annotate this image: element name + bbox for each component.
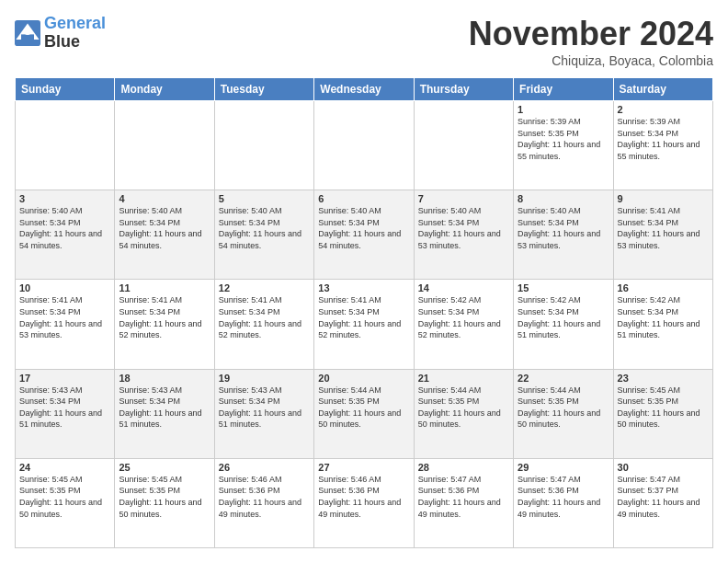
day-info: Sunrise: 5:39 AM Sunset: 5:35 PM Dayligh… — [518, 116, 609, 162]
day-number: 6 — [318, 193, 409, 204]
day-info: Sunrise: 5:43 AM Sunset: 5:34 PM Dayligh… — [19, 385, 110, 431]
day-number: 5 — [219, 193, 310, 204]
calendar-cell: 21Sunrise: 5:44 AM Sunset: 5:35 PM Dayli… — [414, 369, 513, 458]
day-info: Sunrise: 5:42 AM Sunset: 5:34 PM Dayligh… — [618, 294, 709, 340]
day-info: Sunrise: 5:43 AM Sunset: 5:34 PM Dayligh… — [119, 385, 210, 431]
svg-point-3 — [25, 29, 31, 35]
dow-header-tuesday: Tuesday — [214, 78, 313, 101]
day-number: 28 — [418, 462, 509, 473]
day-info: Sunrise: 5:47 AM Sunset: 5:36 PM Dayligh… — [518, 474, 609, 520]
day-number: 23 — [618, 373, 709, 384]
day-number: 1 — [518, 104, 609, 115]
dow-header-friday: Friday — [514, 78, 613, 101]
calendar-cell: 25Sunrise: 5:45 AM Sunset: 5:35 PM Dayli… — [115, 458, 214, 547]
calendar-cell — [414, 101, 513, 190]
month-title: November 2024 — [469, 15, 713, 53]
week-row-4: 24Sunrise: 5:45 AM Sunset: 5:35 PM Dayli… — [16, 458, 713, 547]
day-info: Sunrise: 5:41 AM Sunset: 5:34 PM Dayligh… — [318, 294, 409, 340]
day-number: 25 — [119, 462, 210, 473]
day-number: 16 — [618, 282, 709, 293]
calendar-cell: 1Sunrise: 5:39 AM Sunset: 5:35 PM Daylig… — [514, 101, 613, 190]
day-number: 24 — [19, 462, 110, 473]
day-number: 29 — [518, 462, 609, 473]
day-info: Sunrise: 5:41 AM Sunset: 5:34 PM Dayligh… — [618, 205, 709, 251]
dow-header-sunday: Sunday — [16, 78, 115, 101]
day-info: Sunrise: 5:45 AM Sunset: 5:35 PM Dayligh… — [19, 474, 110, 520]
title-block: November 2024 Chiquiza, Boyaca, Colombia — [469, 15, 713, 68]
day-info: Sunrise: 5:41 AM Sunset: 5:34 PM Dayligh… — [219, 294, 310, 340]
day-number: 15 — [518, 282, 609, 293]
day-info: Sunrise: 5:40 AM Sunset: 5:34 PM Dayligh… — [19, 205, 110, 251]
day-info: Sunrise: 5:39 AM Sunset: 5:34 PM Dayligh… — [618, 116, 709, 162]
day-info: Sunrise: 5:41 AM Sunset: 5:34 PM Dayligh… — [119, 294, 210, 340]
week-row-2: 10Sunrise: 5:41 AM Sunset: 5:34 PM Dayli… — [16, 280, 713, 369]
calendar-body: 1Sunrise: 5:39 AM Sunset: 5:35 PM Daylig… — [16, 101, 713, 548]
calendar-cell: 4Sunrise: 5:40 AM Sunset: 5:34 PM Daylig… — [115, 190, 214, 280]
week-row-1: 3Sunrise: 5:40 AM Sunset: 5:34 PM Daylig… — [16, 190, 713, 280]
calendar-cell — [16, 101, 115, 190]
day-number: 27 — [318, 462, 409, 473]
day-number: 9 — [618, 193, 709, 204]
calendar-cell — [115, 101, 214, 190]
day-info: Sunrise: 5:47 AM Sunset: 5:37 PM Dayligh… — [618, 474, 709, 520]
calendar-cell: 2Sunrise: 5:39 AM Sunset: 5:34 PM Daylig… — [613, 101, 712, 190]
day-number: 7 — [418, 193, 509, 204]
calendar-cell: 29Sunrise: 5:47 AM Sunset: 5:36 PM Dayli… — [514, 458, 613, 547]
calendar-cell: 9Sunrise: 5:41 AM Sunset: 5:34 PM Daylig… — [613, 190, 712, 280]
dow-header-monday: Monday — [115, 78, 214, 101]
calendar-cell: 14Sunrise: 5:42 AM Sunset: 5:34 PM Dayli… — [414, 280, 513, 369]
calendar-cell — [214, 101, 313, 190]
location: Chiquiza, Boyaca, Colombia — [469, 53, 713, 68]
day-number: 26 — [219, 462, 310, 473]
day-info: Sunrise: 5:42 AM Sunset: 5:34 PM Dayligh… — [518, 294, 609, 340]
day-number: 20 — [318, 373, 409, 384]
calendar-cell: 18Sunrise: 5:43 AM Sunset: 5:34 PM Dayli… — [115, 369, 214, 458]
day-info: Sunrise: 5:44 AM Sunset: 5:35 PM Dayligh… — [518, 385, 609, 431]
svg-rect-2 — [21, 34, 34, 40]
logo: General Blue — [15, 15, 106, 52]
calendar-cell: 12Sunrise: 5:41 AM Sunset: 5:34 PM Dayli… — [214, 280, 313, 369]
day-number: 21 — [418, 373, 509, 384]
day-number: 12 — [219, 282, 310, 293]
calendar-cell: 5Sunrise: 5:40 AM Sunset: 5:34 PM Daylig… — [214, 190, 313, 280]
days-of-week-row: SundayMondayTuesdayWednesdayThursdayFrid… — [16, 78, 713, 101]
day-info: Sunrise: 5:44 AM Sunset: 5:35 PM Dayligh… — [418, 385, 509, 431]
day-info: Sunrise: 5:46 AM Sunset: 5:36 PM Dayligh… — [219, 474, 310, 520]
calendar-cell: 30Sunrise: 5:47 AM Sunset: 5:37 PM Dayli… — [613, 458, 712, 547]
day-info: Sunrise: 5:40 AM Sunset: 5:34 PM Dayligh… — [119, 205, 210, 251]
week-row-0: 1Sunrise: 5:39 AM Sunset: 5:35 PM Daylig… — [16, 101, 713, 190]
day-number: 10 — [19, 282, 110, 293]
calendar-cell — [314, 101, 414, 190]
logo-text: General Blue — [44, 15, 106, 52]
day-info: Sunrise: 5:40 AM Sunset: 5:34 PM Dayligh… — [518, 205, 609, 251]
day-info: Sunrise: 5:47 AM Sunset: 5:36 PM Dayligh… — [418, 474, 509, 520]
day-number: 14 — [418, 282, 509, 293]
calendar-cell: 10Sunrise: 5:41 AM Sunset: 5:34 PM Dayli… — [16, 280, 115, 369]
day-info: Sunrise: 5:45 AM Sunset: 5:35 PM Dayligh… — [119, 474, 210, 520]
day-number: 22 — [518, 373, 609, 384]
calendar-cell: 19Sunrise: 5:43 AM Sunset: 5:34 PM Dayli… — [214, 369, 313, 458]
calendar-cell: 27Sunrise: 5:46 AM Sunset: 5:36 PM Dayli… — [314, 458, 414, 547]
day-info: Sunrise: 5:46 AM Sunset: 5:36 PM Dayligh… — [318, 474, 409, 520]
calendar-cell: 16Sunrise: 5:42 AM Sunset: 5:34 PM Dayli… — [613, 280, 712, 369]
day-number: 17 — [19, 373, 110, 384]
calendar-cell: 23Sunrise: 5:45 AM Sunset: 5:35 PM Dayli… — [613, 369, 712, 458]
day-info: Sunrise: 5:40 AM Sunset: 5:34 PM Dayligh… — [418, 205, 509, 251]
calendar: SundayMondayTuesdayWednesdayThursdayFrid… — [15, 77, 713, 548]
day-info: Sunrise: 5:41 AM Sunset: 5:34 PM Dayligh… — [19, 294, 110, 340]
calendar-cell: 11Sunrise: 5:41 AM Sunset: 5:34 PM Dayli… — [115, 280, 214, 369]
calendar-cell: 24Sunrise: 5:45 AM Sunset: 5:35 PM Dayli… — [16, 458, 115, 547]
calendar-cell: 7Sunrise: 5:40 AM Sunset: 5:34 PM Daylig… — [414, 190, 513, 280]
calendar-cell: 22Sunrise: 5:44 AM Sunset: 5:35 PM Dayli… — [514, 369, 613, 458]
day-info: Sunrise: 5:40 AM Sunset: 5:34 PM Dayligh… — [318, 205, 409, 251]
day-info: Sunrise: 5:44 AM Sunset: 5:35 PM Dayligh… — [318, 385, 409, 431]
day-info: Sunrise: 5:45 AM Sunset: 5:35 PM Dayligh… — [618, 385, 709, 431]
day-number: 19 — [219, 373, 310, 384]
day-number: 18 — [119, 373, 210, 384]
calendar-cell: 3Sunrise: 5:40 AM Sunset: 5:34 PM Daylig… — [16, 190, 115, 280]
day-number: 30 — [618, 462, 709, 473]
calendar-cell: 28Sunrise: 5:47 AM Sunset: 5:36 PM Dayli… — [414, 458, 513, 547]
day-number: 4 — [119, 193, 210, 204]
day-number: 3 — [19, 193, 110, 204]
day-number: 11 — [119, 282, 210, 293]
